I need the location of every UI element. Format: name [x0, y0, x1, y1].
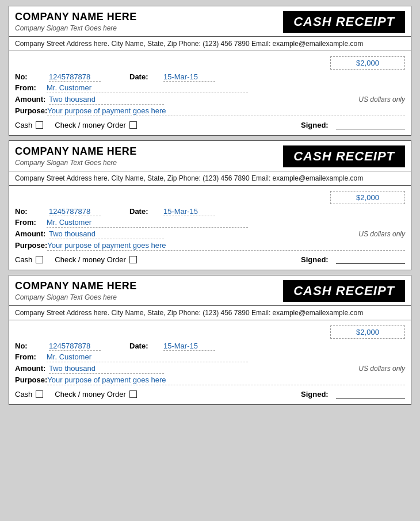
date-section: Date: 15-Mar-15	[129, 207, 215, 216]
purpose-row: Purpose: Your purpose of payment goes he…	[15, 376, 405, 385]
signed-line	[336, 121, 405, 129]
date-section: Date: 15-Mar-15	[129, 72, 215, 82]
signed-line	[336, 390, 405, 399]
from-row: From: Mr. Customer	[15, 218, 405, 228]
purpose-row: Purpose: Your purpose of payment goes he…	[15, 106, 405, 116]
purpose-label: Purpose:	[15, 376, 47, 384]
date-value: 15-Mar-15	[163, 342, 215, 351]
cash-label: Cash	[15, 255, 32, 264]
signed-section: Signed:	[301, 121, 405, 129]
company-info: COMPANY NAME HERE Company Slogan Text Go…	[15, 280, 137, 302]
company-name: COMPANY NAME HERE	[15, 280, 137, 292]
check-item: Check / money Order	[55, 121, 137, 129]
company-name: COMPANY NAME HERE	[15, 11, 137, 23]
check-item: Check / money Order	[55, 255, 137, 264]
company-slogan: Company Slogan Text Goes here	[15, 293, 137, 301]
amount-box: $2,000	[330, 325, 405, 339]
signed-line	[336, 256, 405, 264]
amount-words: Two thousand	[49, 95, 164, 105]
company-slogan: Company Slogan Text Goes here	[15, 159, 137, 167]
from-label: From:	[15, 218, 47, 227]
receipt-1: COMPANY NAME HERE Company Slogan Text Go…	[9, 6, 411, 136]
us-dollars: US dollars only	[358, 365, 405, 373]
payment-row: Cash Check / money Order Signed:	[15, 255, 405, 264]
amount-label: Amount:	[15, 229, 47, 238]
receipt-2: COMPANY NAME HERE Company Slogan Text Go…	[9, 140, 411, 270]
no-value: 1245787878	[49, 207, 101, 216]
amount-row: $2,000	[15, 55, 405, 70]
no-label: No:	[15, 207, 47, 216]
signed-section: Signed:	[301, 255, 405, 264]
cash-checkbox[interactable]	[36, 256, 43, 263]
amount-words-row: Amount: Two thousand US dollars only	[15, 95, 405, 105]
company-name: COMPANY NAME HERE	[15, 145, 137, 158]
check-checkbox[interactable]	[129, 121, 137, 129]
receipt-3: COMPANY NAME HERE Company Slogan Text Go…	[9, 275, 411, 405]
us-dollars: US dollars only	[358, 230, 405, 238]
amount-label: Amount:	[15, 95, 47, 104]
amount-words: Two thousand	[49, 229, 164, 239]
date-label: Date:	[129, 72, 161, 81]
receipt-header: COMPANY NAME HERE Company Slogan Text Go…	[9, 275, 411, 306]
receipt-title: CASH RECEIPT	[283, 145, 405, 167]
address-bar: Company Street Address here. City Name, …	[9, 37, 411, 51]
check-checkbox[interactable]	[129, 390, 137, 398]
from-row: From: Mr. Customer	[15, 83, 405, 93]
check-label: Check / money Order	[55, 255, 126, 264]
date-label: Date:	[129, 342, 161, 350]
check-label: Check / money Order	[55, 121, 126, 129]
no-value: 1245787878	[49, 342, 101, 351]
date-label: Date:	[129, 207, 161, 216]
from-label: From:	[15, 353, 47, 361]
purpose-row: Purpose: Your purpose of payment goes he…	[15, 241, 405, 251]
signed-label: Signed:	[301, 390, 333, 399]
receipt-body: $2,000 No: 1245787878 Date: 15-Mar-15 Fr…	[9, 186, 411, 270]
purpose-label: Purpose:	[15, 106, 47, 115]
payment-row: Cash Check / money Order Signed:	[15, 121, 405, 129]
no-section: No: 1245787878	[15, 342, 101, 351]
from-value: Mr. Customer	[47, 218, 248, 228]
check-checkbox[interactable]	[129, 256, 137, 263]
purpose-value: Your purpose of payment goes here	[47, 106, 405, 116]
receipt-title: CASH RECEIPT	[283, 11, 405, 33]
amount-row: $2,000	[15, 189, 405, 204]
company-slogan: Company Slogan Text Goes here	[15, 24, 137, 32]
receipt-header: COMPANY NAME HERE Company Slogan Text Go…	[9, 141, 411, 171]
signed-label: Signed:	[301, 121, 333, 129]
amount-words-row: Amount: Two thousand US dollars only	[15, 364, 405, 374]
amount-words-left: Amount: Two thousand	[15, 95, 164, 105]
cash-checkbox[interactable]	[36, 390, 43, 398]
company-info: COMPANY NAME HERE Company Slogan Text Go…	[15, 11, 137, 33]
amount-words: Two thousand	[49, 364, 164, 374]
no-section: No: 1245787878	[15, 207, 101, 216]
receipt-body: $2,000 No: 1245787878 Date: 15-Mar-15 Fr…	[9, 51, 411, 135]
cash-checkbox[interactable]	[36, 121, 43, 129]
payment-row: Cash Check / money Order Signed:	[15, 390, 405, 399]
cash-item: Cash	[15, 255, 43, 264]
no-label: No:	[15, 342, 47, 350]
cash-item: Cash	[15, 121, 43, 129]
from-value: Mr. Customer	[47, 83, 248, 93]
cash-label: Cash	[15, 390, 32, 399]
amount-box: $2,000	[330, 191, 405, 204]
from-row: From: Mr. Customer	[15, 353, 405, 362]
check-item: Check / money Order	[55, 390, 137, 399]
receipt-header: COMPANY NAME HERE Company Slogan Text Go…	[9, 6, 411, 37]
us-dollars: US dollars only	[358, 95, 405, 104]
purpose-label: Purpose:	[15, 241, 47, 250]
no-date-row: No: 1245787878 Date: 15-Mar-15	[15, 342, 405, 351]
address-bar: Company Street Address here. City Name, …	[9, 306, 411, 320]
purpose-value: Your purpose of payment goes here	[47, 241, 405, 251]
no-date-row: No: 1245787878 Date: 15-Mar-15	[15, 207, 405, 216]
date-value: 15-Mar-15	[163, 72, 215, 82]
no-date-row: No: 1245787878 Date: 15-Mar-15	[15, 72, 405, 82]
no-label: No:	[15, 72, 47, 81]
no-value: 1245787878	[49, 72, 101, 82]
amount-words-row: Amount: Two thousand US dollars only	[15, 229, 405, 239]
check-label: Check / money Order	[55, 390, 126, 399]
signed-section: Signed:	[301, 390, 405, 399]
date-value: 15-Mar-15	[163, 207, 215, 216]
amount-label: Amount:	[15, 364, 47, 373]
amount-words-left: Amount: Two thousand	[15, 229, 164, 239]
receipt-body: $2,000 No: 1245787878 Date: 15-Mar-15 Fr…	[9, 320, 411, 404]
